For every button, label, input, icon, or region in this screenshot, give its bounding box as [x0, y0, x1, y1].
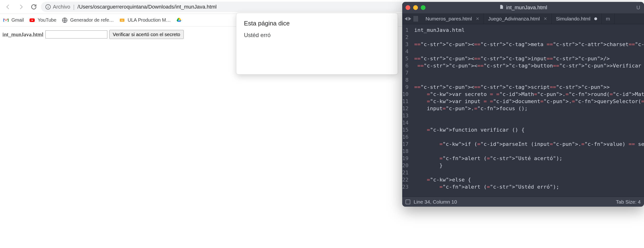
bookmark-gmail[interactable]: Gmail: [3, 17, 24, 23]
editor-window-title-text: int_munJava.html: [506, 4, 547, 11]
tab-label: Numeros_pares.html: [426, 16, 472, 22]
line-number-gutter: 1 2 3 4 5 6 7 8 9 10 11 12 13 14 15 16 1…: [402, 24, 411, 197]
tab-nav: [402, 13, 421, 24]
editor-window: int_munJava.html U Numeros_pares.html ✕ …: [402, 2, 644, 207]
document-icon: [499, 4, 504, 11]
arrow-left-icon: [5, 3, 12, 10]
minimize-window-button[interactable]: [413, 5, 418, 10]
tab-numeros-pares[interactable]: Numeros_pares.html ✕: [421, 13, 484, 24]
globe-icon: [62, 17, 68, 23]
tab-simulando[interactable]: Simulando.html: [552, 13, 602, 24]
tab-overflow[interactable]: m: [602, 13, 615, 24]
tab-close-icon[interactable]: ✕: [544, 16, 547, 21]
tab-next-button[interactable]: [408, 17, 411, 21]
forward-button[interactable]: [15, 2, 27, 12]
bookmark-generador[interactable]: Generador de refe…: [62, 17, 114, 23]
bookmark-youtube[interactable]: YouTube: [29, 17, 56, 23]
code-area[interactable]: int_munJava.html =="c-str">"c-pun"><=="c…: [411, 24, 644, 197]
ula-icon: m: [119, 17, 125, 23]
tab-juego-adivinanza[interactable]: Juego_Adivinanza.html ✕: [484, 13, 552, 24]
bookmark-ula[interactable]: m ULA Production M…: [119, 17, 171, 23]
info-icon: [45, 4, 51, 10]
svg-text:m: m: [121, 19, 123, 22]
bookmark-label: ULA Production M…: [128, 17, 171, 23]
editor-body: 1 2 3 4 5 6 7 8 9 10 11 12 13 14 15 16 1…: [402, 24, 644, 197]
alert-title: Esta página dice: [244, 20, 390, 27]
editor-tabbar: Numeros_pares.html ✕ Juego_Adivinanza.ht…: [402, 13, 644, 24]
tab-label: Simulando.html: [556, 16, 590, 22]
page-filename-text: int_munJava.html: [2, 31, 44, 38]
arrow-right-icon: [18, 3, 24, 10]
editor-statusbar: Line 34, Column 10 Tab Size: 4: [402, 197, 644, 207]
bookmark-label: Generador de refe…: [70, 17, 114, 23]
url-separator: |: [72, 3, 76, 10]
tab-grip-icon: [414, 16, 419, 22]
reload-button[interactable]: [28, 2, 40, 12]
url-path: /Users/oscarguerreroquintana/Downloads/i…: [78, 4, 217, 10]
zoom-window-button[interactable]: [421, 5, 426, 10]
tab-label: Juego_Adivinanza.html: [488, 16, 540, 22]
editor-titlebar[interactable]: int_munJava.html U: [402, 2, 644, 13]
status-tab-size[interactable]: Tab Size: 4: [616, 199, 641, 205]
tab-overflow-label: m: [606, 16, 610, 22]
titlebar-right-truncated: U: [636, 4, 641, 11]
tab-close-icon[interactable]: ✕: [476, 16, 479, 21]
verify-button[interactable]: Verificar si acertó con el secreto: [109, 30, 184, 39]
status-panel-toggle[interactable]: [406, 200, 410, 204]
js-alert-dialog: Esta página dice Ustéd erró: [236, 13, 398, 75]
tab-dirty-icon: [594, 17, 597, 20]
close-window-button[interactable]: [406, 5, 410, 10]
alert-message: Ustéd erró: [244, 32, 390, 38]
drive-icon: [176, 17, 182, 23]
reload-icon: [30, 3, 37, 10]
bookmark-label: Gmail: [12, 17, 24, 23]
bookmark-label: YouTube: [38, 17, 56, 23]
status-cursor-position: Line 34, Column 10: [414, 199, 457, 205]
gmail-icon: [3, 17, 9, 23]
editor-window-title: int_munJava.html: [499, 4, 547, 11]
bookmark-drive[interactable]: [176, 17, 184, 23]
secret-input[interactable]: [46, 30, 107, 38]
tab-prev-button[interactable]: [404, 17, 408, 21]
url-scheme: Archivo: [53, 4, 70, 10]
youtube-icon: [29, 17, 35, 23]
back-button[interactable]: [2, 2, 14, 12]
svg-point-2: [48, 5, 48, 6]
window-controls: [406, 5, 426, 10]
